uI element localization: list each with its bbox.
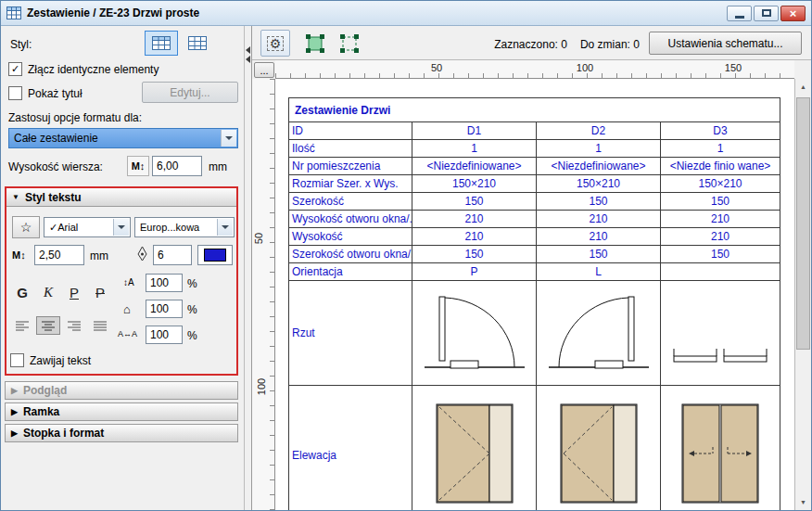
ruler-mark: 50 <box>431 62 442 73</box>
combo-arrow <box>221 130 236 147</box>
selection-counts: Zaznaczono: 0 Do zmian: 0 <box>494 38 640 51</box>
underline-button[interactable]: P <box>62 281 86 303</box>
font-select[interactable]: ✓Arial <box>44 217 131 237</box>
table-row: Szerokość otworu okna/... 150 150 150 <box>289 246 780 263</box>
width-factor-input[interactable] <box>146 300 183 318</box>
scroll-up-button[interactable]: ▲ <box>795 79 811 95</box>
percent-label: % <box>187 277 197 290</box>
row-height-label: Wysokość wiersza: <box>8 160 103 173</box>
checkbox-checked: ✓ <box>8 62 22 76</box>
collapse-panel-icon <box>246 56 250 63</box>
elevation-row-label[interactable]: Elewacja <box>289 386 412 511</box>
wrap-text-label: Zawijaj tekst <box>30 354 91 367</box>
pen-color-swatch[interactable] <box>197 245 233 265</box>
schema-settings-button[interactable]: Ustawienia schematu... <box>649 32 802 55</box>
schedule-title[interactable]: Zestawienie Drzwi <box>289 98 780 122</box>
minimize-button[interactable] <box>727 6 752 21</box>
title-bar: Zestawienie / ZE-23 Drzwi proste × <box>1 1 811 26</box>
door-plan-d2 <box>543 287 654 376</box>
scrollbar-thumb[interactable] <box>796 97 810 350</box>
table-row: Ilość 1 1 1 <box>289 140 780 158</box>
ruler-mark: 100 <box>577 62 593 73</box>
expand-arrow-icon: ▼ <box>12 193 19 201</box>
table-row: Nr pomieszczenia <Niezdefiniowane> <Niez… <box>289 158 780 175</box>
char-spacing-icon: A↔A <box>118 329 137 339</box>
plan-row-label[interactable]: Rzut <box>289 281 412 386</box>
bold-button[interactable]: G <box>10 281 34 303</box>
schedule-settings-tool-button[interactable]: ⚙ <box>260 30 290 57</box>
scroll-down-icon: ▼ <box>800 499 806 505</box>
align-justify-button[interactable] <box>88 316 112 335</box>
style-grid-button[interactable] <box>145 31 178 56</box>
wrap-text-checkbox[interactable]: Zawijaj tekst <box>10 353 91 367</box>
selection-handles-icon <box>305 33 325 54</box>
check-icon: ✓ <box>11 64 19 74</box>
edit-button[interactable]: Edytuj... <box>142 82 238 103</box>
style-label: Styl: <box>10 38 32 51</box>
schedule-table: Zestawienie Drzwi ID D1 D2 D3 Ilość 1 1 … <box>288 97 780 510</box>
align-center-button[interactable] <box>36 316 60 335</box>
maximize-icon <box>762 9 771 17</box>
apply-format-select[interactable]: Całe zestawienie <box>8 128 238 148</box>
table-row: Orientacja P L <box>289 263 780 281</box>
percent-label: % <box>187 329 197 342</box>
schedule-canvas[interactable]: Zestawienie Drzwi ID D1 D2 D3 Ilość 1 1 … <box>275 79 794 510</box>
merge-identical-label: Złącz identyczne elementy <box>28 63 159 76</box>
ruler-mark: 150 <box>725 62 742 73</box>
pen-number-input[interactable] <box>153 245 192 265</box>
text-style-accordion[interactable]: ▼ Styl tekstu <box>6 188 236 207</box>
row-height-input[interactable] <box>152 156 202 176</box>
text-style-group: ▼ Styl tekstu ☆ ✓Arial Europ...kowa M↕ m… <box>5 186 238 376</box>
ruler-corner-button[interactable]: ... <box>254 62 274 78</box>
star-icon: ☆ <box>20 220 32 235</box>
preview-toolbar: ⚙ Zaznaczono: 0 Do zmian: 0 Ustawienia s… <box>252 26 811 60</box>
schedule-dialog: Zestawienie / ZE-23 Drzwi proste × Styl:… <box>0 0 812 511</box>
apply-format-label: Zastosuj opcje formatu dla: <box>8 111 142 124</box>
align-right-icon <box>67 320 82 331</box>
frame-accordion[interactable]: ▶ Ramka <box>5 402 238 421</box>
style-plain-button[interactable] <box>181 31 214 56</box>
grid-style-icon <box>152 36 171 50</box>
show-title-checkbox[interactable]: Pokaż tytuł <box>8 86 82 100</box>
align-center-icon <box>41 320 56 331</box>
checkbox-unchecked <box>10 353 24 367</box>
line-spacing-icon: ↕A <box>123 277 134 287</box>
select-cells-tool-button[interactable] <box>301 31 329 57</box>
char-spacing-input[interactable] <box>146 326 183 344</box>
table-row: ID D1 D2 D3 <box>289 122 780 140</box>
align-right-button[interactable] <box>62 316 86 335</box>
merge-identical-checkbox[interactable]: ✓ Złącz identyczne elementy <box>8 62 159 76</box>
align-left-button[interactable] <box>10 316 34 335</box>
table-elevation-row: Elewacja <box>289 386 780 511</box>
door-elevation-d3 <box>679 402 761 505</box>
scroll-down-button[interactable]: ▼ <box>795 494 811 510</box>
text-style-header: Styl tekstu <box>25 191 82 204</box>
table-row: Szerokość 150 150 150 <box>289 193 780 211</box>
marquee-tool-button[interactable] <box>336 31 363 57</box>
encoding-select[interactable]: Europ...kowa <box>134 217 235 237</box>
row-height-icon-button[interactable]: M↕ <box>127 156 149 176</box>
door-plan-d1 <box>419 287 530 376</box>
horizontal-ruler: 50 100 150 <box>275 60 794 79</box>
show-title-label: Pokaż tytuł <box>28 87 82 100</box>
combo-arrow <box>217 219 233 236</box>
text-size-input[interactable] <box>34 245 84 265</box>
favorites-button[interactable]: ☆ <box>12 216 40 238</box>
italic-button[interactable]: K <box>36 281 60 303</box>
vertical-scrollbar[interactable]: ▲ ▼ <box>794 79 811 510</box>
preview-accordion[interactable]: ▶ Podgląd <box>5 381 238 400</box>
maximize-button[interactable] <box>754 6 779 21</box>
strikethrough-button[interactable]: P <box>88 281 112 303</box>
door-plan-d3 <box>665 287 776 376</box>
preview-region: ⚙ Zaznaczono: 0 Do zmian: 0 Ustawienia s… <box>252 26 811 510</box>
percent-label: % <box>187 303 197 316</box>
panel-splitter[interactable] <box>244 26 252 510</box>
left-settings-panel: Styl: ✓ Złącz identyczne elementy Pokaż … <box>1 26 244 510</box>
collapse-panel-icon <box>246 46 250 54</box>
plain-grid-icon <box>188 36 207 50</box>
footer-format-accordion[interactable]: ▶ Stopka i format <box>5 424 238 442</box>
combo-arrow <box>113 219 129 236</box>
close-button[interactable]: × <box>780 6 806 21</box>
collapse-arrow-icon: ▶ <box>11 407 18 416</box>
line-spacing-input[interactable] <box>146 274 183 292</box>
